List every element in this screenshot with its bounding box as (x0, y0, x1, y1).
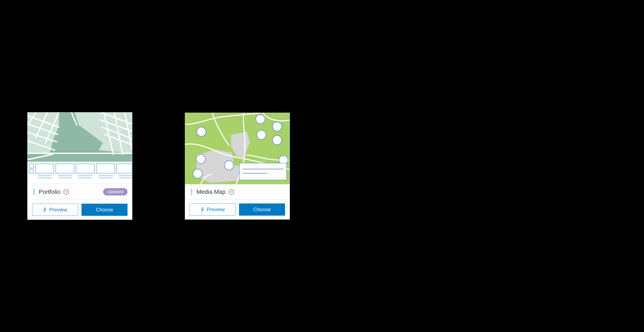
svg-point-20 (197, 127, 206, 136)
preview-label: Preview (207, 207, 225, 212)
choose-label: Choose (96, 207, 113, 213)
svg-rect-29 (240, 163, 286, 180)
portfolio-thumb-svg (28, 112, 132, 184)
card-title-row: Media Map (185, 184, 290, 199)
card-title-row: Portfolio Updated (28, 184, 132, 200)
template-card-mediamap: Media Map Preview Choose (185, 113, 290, 220)
template-title: Media Map (196, 188, 226, 195)
svg-point-27 (257, 130, 266, 140)
template-thumbnail (28, 112, 132, 184)
choose-label: Choose (253, 207, 271, 212)
svg-point-23 (224, 161, 234, 170)
svg-point-22 (193, 169, 202, 178)
svg-point-25 (272, 122, 282, 131)
svg-point-21 (196, 154, 206, 164)
bolt-icon (43, 207, 47, 212)
template-title: Portfolio (39, 188, 60, 195)
bolt-icon (200, 207, 204, 212)
choose-button[interactable]: Choose (239, 203, 285, 216)
template-card-portfolio: Portfolio Updated Preview Choose (27, 112, 132, 220)
preview-label: Preview (49, 207, 67, 213)
more-options-icon[interactable] (32, 189, 36, 195)
card-actions: Preview Choose (185, 199, 290, 219)
preview-button[interactable]: Preview (32, 204, 78, 216)
template-thumbnail (185, 113, 290, 184)
more-options-icon[interactable] (190, 189, 194, 195)
expand-icon[interactable] (64, 189, 69, 195)
mediamap-thumb-svg (185, 113, 290, 184)
updated-badge: Updated (103, 188, 128, 195)
svg-point-24 (256, 115, 265, 124)
card-actions: Preview Choose (28, 200, 132, 220)
expand-icon[interactable] (228, 189, 234, 195)
svg-point-26 (272, 136, 282, 145)
choose-button[interactable]: Choose (82, 204, 128, 216)
preview-button[interactable]: Preview (190, 203, 236, 216)
